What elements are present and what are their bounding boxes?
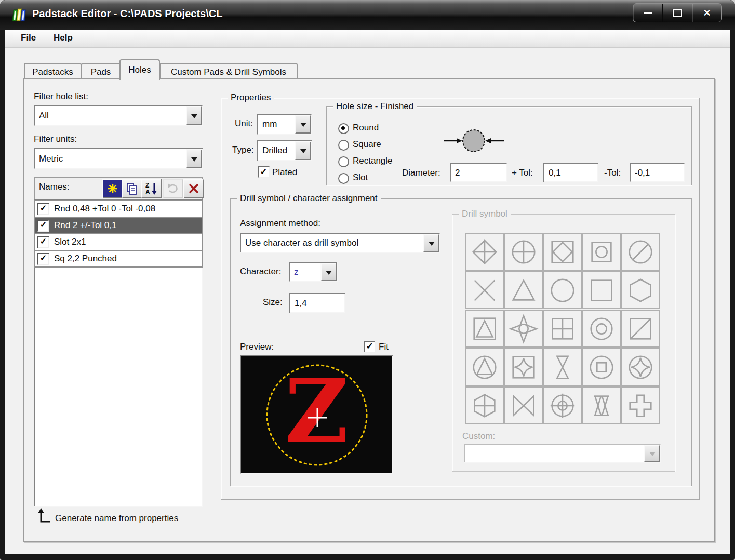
new-item-button[interactable] [102,179,123,198]
radio-label-round: Round [353,123,379,133]
triangle-in-circle-symbol [465,348,504,386]
unit-label: Unit: [235,118,253,129]
svg-text:A: A [145,189,150,196]
sort-az-button[interactable]: ZA [141,179,162,198]
filter-units-combobox[interactable]: Metric [34,148,203,169]
plated-checkbox[interactable] [258,166,270,178]
diamond-in-square-symbol [543,233,582,271]
chevron-down-icon[interactable] [423,234,439,252]
plus-tol-input[interactable]: 0,1 [543,163,598,182]
square-symbol [582,271,621,309]
square-quartered-symbol [543,310,582,348]
star4-circle-symbol [504,310,543,348]
size-label: Size: [263,297,283,308]
preview-label: Preview: [240,342,274,352]
assignment-method-label: Assignment method: [240,218,320,229]
minus-tol-input[interactable]: -0,1 [630,163,685,182]
filter-units-label: Filter units: [34,134,77,144]
drill-symbol-group-title: Drill symbol [459,209,511,219]
hole-name-row[interactable]: Rnd 2 +/-Tol 0,1 [34,217,203,234]
copy-button[interactable] [122,179,142,198]
radio-slot[interactable] [338,173,349,184]
chevron-down-icon[interactable] [320,263,337,281]
star4-in-square-symbol [504,348,543,386]
filter-hole-list-label: Filter hole list: [34,91,88,102]
names-label: Names: [39,182,70,192]
minus-tol-label: -Tol: [604,168,621,178]
chevron-down-icon[interactable] [186,149,202,168]
radio-label-slot: Slot [353,172,368,183]
row-checkbox[interactable] [37,236,49,248]
concentric-circles-symbol [582,310,621,348]
plus-tol-label: + Tol: [512,168,533,178]
filter-hole-list-combobox[interactable]: All [34,105,203,126]
copy-icon [125,182,139,195]
radio-rectangle[interactable] [338,156,349,167]
hole-name-label: Sq 2,2 Punched [54,254,117,264]
character-label: Character: [240,266,281,277]
circle-symbol [543,271,582,309]
triangle-symbol [504,271,543,309]
radio-round[interactable] [338,123,349,134]
crosshair-symbol [543,386,582,424]
crosshair-icon [307,407,328,428]
circle-in-square-symbol [582,233,621,271]
svg-text:Z: Z [145,182,149,189]
unit-combobox[interactable]: mm [257,114,312,135]
circle-slash-symbol [621,233,660,271]
hole-size-group-title: Hole size - Finished [333,101,417,112]
assignment-method-combobox[interactable]: Use character as drill symbol [240,233,440,253]
sort-az-icon: ZA [144,181,158,196]
names-toolbar: Names: ZA [34,177,203,201]
chevron-down-icon[interactable] [295,115,311,134]
custom-combobox [464,444,661,463]
padstack-editor-window: Padstack Editor - C:\PADS Projects\CL ✕ … [0,0,735,560]
generate-arrow-icon [36,507,52,524]
undo-button [163,179,183,198]
size-input[interactable]: 1,4 [289,293,345,313]
chevron-down-icon [644,445,660,462]
radio-label-square: Square [353,139,381,150]
hexagon-cross-symbol [465,386,504,424]
custom-label: Custom: [462,431,495,442]
square-in-circle-symbol [582,348,621,386]
hole-name-label: Rnd 2 +/-Tol 0,1 [54,220,117,231]
hole-name-label: Slot 2x1 [54,237,86,247]
drill-assignment-group-title: Drill symbol / character assignment [237,193,381,204]
row-checkbox[interactable] [37,253,49,265]
hole-name-row[interactable]: Slot 2x1 [34,233,203,251]
diameter-input[interactable]: 2 [450,163,507,182]
bowtie-horizontal-symbol [504,386,543,424]
chevron-down-icon[interactable] [295,141,311,160]
type-label: Type: [232,145,254,155]
circle-cross-symbol [504,233,543,271]
hexagon-symbol [621,271,660,309]
fit-checkbox[interactable] [364,341,376,353]
type-combobox[interactable]: Drilled [257,140,312,161]
delete-button[interactable] [183,179,204,198]
hole-name-row[interactable]: Rnd 0,48 +Tol 0 -Tol -0,08 [34,200,203,218]
radio-label-rectangle: Rectangle [353,156,393,166]
hole-names-list[interactable]: Rnd 0,48 +Tol 0 -Tol -0,08Rnd 2 +/-Tol 0… [34,199,203,507]
x-symbol [465,271,504,309]
new-item-icon [106,182,119,195]
plated-label: Plated [272,167,297,178]
row-checkbox[interactable] [37,220,49,232]
tab-holes[interactable]: Holes [119,59,160,80]
character-combobox[interactable]: z [289,262,338,282]
row-checkbox[interactable] [37,203,49,215]
undo-icon [166,181,180,196]
client-area: FileHelp PadstacksPadsHolesCustom Pads &… [5,30,730,554]
hole-name-row[interactable]: Sq 2,2 Punched [34,250,203,268]
fit-label: Fit [379,342,389,352]
hole-diameter-graphic [443,126,505,156]
plus-symbol [621,386,660,424]
double-x-symbol [582,386,621,424]
generate-name-label[interactable]: Generate name from properties [55,513,178,524]
radio-square[interactable] [338,140,349,151]
diamond-cross-symbol [465,233,504,271]
chevron-down-icon[interactable] [186,106,202,125]
drill-symbol-grid [465,233,660,424]
diameter-label: Diameter: [402,168,440,178]
drill-symbol-preview: Z [240,355,393,474]
